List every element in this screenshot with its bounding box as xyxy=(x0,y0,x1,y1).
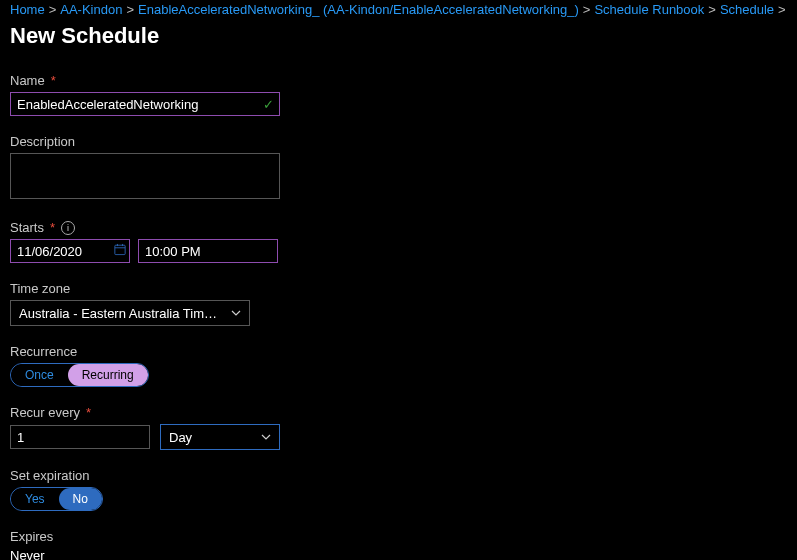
set-expiration-label: Set expiration xyxy=(10,468,90,483)
chevron-down-icon xyxy=(261,430,271,445)
chevron-down-icon xyxy=(231,306,241,321)
required-indicator: * xyxy=(86,405,91,420)
recurrence-recurring[interactable]: Recurring xyxy=(68,364,148,386)
breadcrumb: Home > AA-Kindon > EnableAcceleratedNetw… xyxy=(10,0,797,17)
required-indicator: * xyxy=(50,220,55,235)
set-expiration-no[interactable]: No xyxy=(59,488,102,510)
expires-label: Expires xyxy=(10,529,53,544)
timezone-select[interactable]: Australia - Eastern Australia Time (Sydn… xyxy=(10,300,250,326)
recurrence-once[interactable]: Once xyxy=(11,364,68,386)
chevron-right-icon: > xyxy=(126,2,134,17)
set-expiration-yes[interactable]: Yes xyxy=(11,488,59,510)
info-icon[interactable]: i xyxy=(61,221,75,235)
page-title: New Schedule xyxy=(10,23,797,49)
expires-value: Never xyxy=(10,548,797,560)
breadcrumb-schedule-runbook[interactable]: Schedule Runbook xyxy=(594,2,704,17)
calendar-icon[interactable] xyxy=(114,244,126,259)
timezone-label: Time zone xyxy=(10,281,70,296)
start-date-input[interactable] xyxy=(10,239,130,263)
set-expiration-toggle: Yes No xyxy=(10,487,103,511)
description-input[interactable] xyxy=(10,153,280,199)
recurrence-label: Recurrence xyxy=(10,344,77,359)
description-label: Description xyxy=(10,134,75,149)
recur-unit-select[interactable]: Day xyxy=(160,424,280,450)
chevron-right-icon: > xyxy=(583,2,591,17)
start-time-input[interactable] xyxy=(138,239,278,263)
svg-rect-0 xyxy=(115,245,125,254)
chevron-right-icon: > xyxy=(778,2,786,17)
chevron-right-icon: > xyxy=(708,2,716,17)
required-indicator: * xyxy=(51,73,56,88)
recurrence-toggle: Once Recurring xyxy=(10,363,149,387)
chevron-right-icon: > xyxy=(49,2,57,17)
check-icon: ✓ xyxy=(263,97,274,112)
name-input[interactable] xyxy=(10,92,280,116)
name-label: Name xyxy=(10,73,45,88)
breadcrumb-account[interactable]: AA-Kindon xyxy=(60,2,122,17)
recur-unit-selected: Day xyxy=(169,430,192,445)
breadcrumb-runbook[interactable]: EnableAcceleratedNetworking_ (AA-Kindon/… xyxy=(138,2,579,17)
starts-label: Starts xyxy=(10,220,44,235)
breadcrumb-schedule[interactable]: Schedule xyxy=(720,2,774,17)
breadcrumb-home[interactable]: Home xyxy=(10,2,45,17)
timezone-selected: Australia - Eastern Australia Time (Sydn… xyxy=(19,306,219,321)
recur-interval-input[interactable] xyxy=(10,425,150,449)
recur-every-label: Recur every xyxy=(10,405,80,420)
